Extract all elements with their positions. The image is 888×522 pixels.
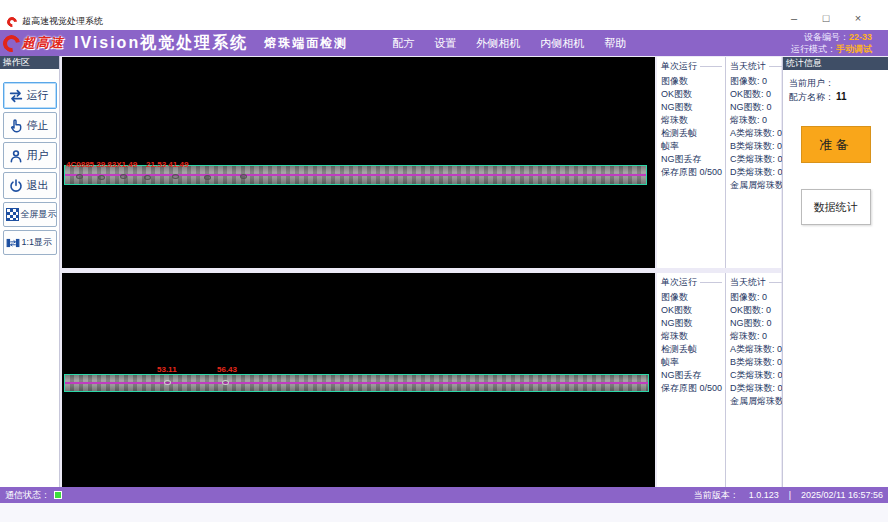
stat-row: 图像数	[661, 293, 722, 302]
run-button-label: 运行	[27, 88, 49, 103]
stats-panel-outer: 单次运行 图像数 OK图数 NG图数 熔珠数 检测丢帧 帧率 NG图丢存 保存原…	[657, 57, 781, 268]
menu-item-outer-camera[interactable]: 外侧相机	[476, 36, 520, 51]
comm-status-led-icon	[54, 491, 62, 499]
restore-icon[interactable]: □	[818, 12, 834, 24]
sync-icon	[8, 88, 24, 104]
stat-row: 帧率	[661, 358, 722, 367]
statistics-info-panel: 统计信息 当前用户： 配方名称：11 准备 数据统计	[782, 57, 888, 487]
menu-item-recipe[interactable]: 配方	[392, 36, 414, 51]
stat-row: NG图数	[661, 103, 722, 112]
one-to-one-button-label: 1:1显示	[22, 236, 53, 249]
menu-item-inner-camera[interactable]: 内侧相机	[540, 36, 584, 51]
stat-row: 图像数	[661, 77, 722, 86]
defect-mark	[204, 175, 211, 180]
device-number-value: 22-33	[849, 32, 872, 42]
version-label: 当前版本：	[694, 489, 739, 502]
stat-row: 检测丢帧	[661, 129, 722, 138]
stat-row: 熔珠数	[661, 116, 722, 125]
window-titlebar: 超高速视觉处理系统 – □ ×	[0, 0, 888, 30]
one-to-one-icon	[6, 236, 20, 250]
status-separator: |	[789, 490, 791, 500]
user-button-label: 用户	[27, 148, 49, 163]
run-mode-label: 运行模式：	[791, 44, 836, 54]
current-user-label: 当前用户：	[789, 78, 834, 88]
defect-mark	[120, 174, 127, 179]
power-icon	[8, 178, 24, 194]
stat-row: 熔珠数	[661, 332, 722, 341]
device-info: 设备编号：22-33 运行模式：手动调试	[791, 31, 872, 55]
recipe-name-label: 配方名称：	[789, 92, 834, 102]
single-run-title: 单次运行	[661, 60, 697, 73]
defect-mark	[98, 175, 105, 180]
app-header: 超高速 IVision视觉处理系统 熔珠端面检测 配方 设置 外侧相机 内侧相机…	[0, 30, 888, 56]
stop-button-label: 停止	[27, 118, 49, 133]
camera-view-inner: 53.11 56.43	[62, 273, 655, 487]
one-to-one-button[interactable]: 1:1显示	[3, 230, 57, 255]
defect-mark	[76, 174, 83, 179]
data-statistics-button[interactable]: 数据统计	[801, 189, 871, 225]
brand-swoosh-icon	[0, 31, 23, 55]
status-bar: 通信状态： 当前版本： 1.0.123 | 2025/02/11 16:57:5…	[0, 487, 888, 503]
app-title: IVision视觉处理系统	[74, 33, 248, 54]
menu-bar: 配方 设置 外侧相机 内侧相机 帮助	[392, 36, 626, 51]
single-run-column: 单次运行 图像数 OK图数 NG图数 熔珠数 检测丢帧 帧率 NG图丢存 保存原…	[657, 273, 725, 487]
minimize-icon[interactable]: –	[786, 12, 802, 24]
window-title: 超高速视觉处理系统	[22, 15, 103, 28]
stat-row: 检测丢帧	[661, 345, 722, 354]
operation-sidebar: 操作区 运行 停止 用户	[0, 56, 60, 487]
stop-button[interactable]: 停止	[3, 112, 57, 139]
run-button[interactable]: 运行	[3, 82, 57, 109]
exit-button-label: 退出	[27, 178, 49, 193]
info-panel-title: 统计信息	[783, 57, 888, 70]
single-run-title: 单次运行	[661, 276, 697, 289]
defect-mark	[240, 174, 247, 179]
device-number-label: 设备编号：	[804, 32, 849, 42]
camera-view-outer: 4C0885 39.83X1.49 21.53 41.49	[62, 57, 655, 268]
run-mode-value: 手动调试	[836, 44, 872, 54]
brand-name: 超高速	[22, 34, 64, 52]
app-window: 超高速视觉处理系统 – □ × 超高速 IVision视觉处理系统 熔珠端面检测…	[0, 0, 888, 522]
hand-icon	[8, 118, 24, 134]
menu-item-settings[interactable]: 设置	[434, 36, 456, 51]
centerline	[65, 382, 648, 384]
fullscreen-dither-icon	[6, 208, 19, 221]
today-title: 当天统计	[730, 60, 766, 73]
measurement-annotation: 4C0885 39.83X1.49 21.53 41.49	[66, 160, 188, 169]
stat-row: NG图丢存	[661, 371, 722, 380]
today-title: 当天统计	[730, 276, 766, 289]
user-button[interactable]: 用户	[3, 142, 57, 169]
measurement-annotation: 53.11	[157, 365, 177, 374]
app-logo-icon	[5, 14, 19, 28]
version-value: 1.0.123	[749, 490, 779, 500]
measurement-annotation: 56.43	[217, 365, 237, 374]
stat-row: NG图数	[661, 319, 722, 328]
defect-mark	[172, 174, 179, 179]
recipe-name-value: 11	[836, 91, 847, 102]
datetime: 2025/02/11 16:57:56	[801, 490, 883, 500]
defect-mark	[144, 175, 151, 180]
fullscreen-button-label: 全屏显示	[21, 208, 57, 221]
desktop-margin	[0, 503, 888, 522]
prepare-button[interactable]: 准备	[801, 126, 871, 163]
stat-row: OK图数	[661, 306, 722, 315]
single-run-column: 单次运行 图像数 OK图数 NG图数 熔珠数 检测丢帧 帧率 NG图丢存 保存原…	[657, 57, 725, 268]
stat-row: 帧率	[661, 142, 722, 151]
stat-row: 保存原图 0/500	[661, 384, 722, 393]
comm-status-label: 通信状态：	[5, 489, 50, 502]
stat-row: 保存原图 0/500	[661, 168, 722, 177]
close-icon[interactable]: ×	[850, 12, 866, 24]
defect-mark	[222, 380, 229, 385]
fullscreen-button[interactable]: 全屏显示	[3, 202, 57, 227]
stat-row: NG图丢存	[661, 155, 722, 164]
centerline	[65, 174, 646, 176]
stats-panel-inner: 单次运行 图像数 OK图数 NG图数 熔珠数 检测丢帧 帧率 NG图丢存 保存原…	[657, 273, 781, 487]
menu-item-help[interactable]: 帮助	[604, 36, 626, 51]
user-icon	[8, 148, 24, 164]
defect-mark	[164, 380, 171, 385]
exit-button[interactable]: 退出	[3, 172, 57, 199]
stat-row: OK图数	[661, 90, 722, 99]
app-subtitle: 熔珠端面检测	[264, 35, 348, 52]
sidebar-title: 操作区	[0, 56, 59, 69]
